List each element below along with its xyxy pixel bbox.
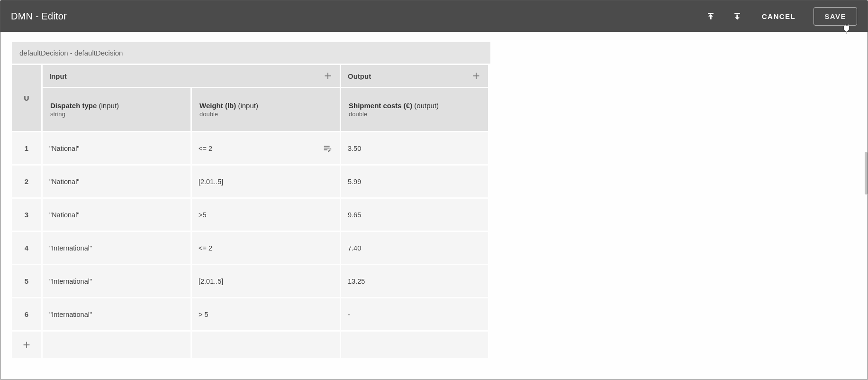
cell-weight[interactable]: >5 [192, 199, 340, 231]
row-number[interactable]: 6 [12, 298, 41, 330]
cell-dispatch[interactable]: "National" [43, 166, 190, 197]
row-number[interactable]: 5 [12, 265, 41, 297]
cell-weight[interactable]: [2.01..5] [192, 265, 340, 297]
row-number[interactable]: 4 [12, 232, 41, 264]
cell-dispatch[interactable]: "International" [43, 298, 190, 330]
toolbar: DMN - Editor CANCEL SAVE [0, 0, 868, 32]
cell-shipment[interactable]: 13.25 [341, 265, 488, 297]
decision-caption[interactable]: defaultDecision - defaultDecision [12, 42, 490, 65]
column-header-shipment[interactable]: Shipment costs (€) (output) double [341, 88, 488, 131]
cell-dispatch[interactable]: "International" [43, 265, 190, 297]
output-group-header: Output [341, 65, 488, 87]
add-row-button[interactable] [12, 332, 41, 358]
input-group-header: Input [43, 65, 340, 87]
add-input-column-icon[interactable] [323, 71, 333, 81]
cancel-button[interactable]: CANCEL [757, 9, 801, 24]
app-title: DMN - Editor [11, 11, 704, 22]
decision-table: defaultDecision - defaultDecision U Inpu… [12, 42, 490, 358]
empty-cell [43, 332, 190, 358]
cell-shipment[interactable]: - [341, 298, 488, 330]
scrollbar-thumb[interactable] [865, 152, 868, 195]
cell-dispatch[interactable]: "National" [43, 199, 190, 231]
content-area: defaultDecision - defaultDecision U Inpu… [0, 32, 868, 380]
column-type: string [50, 111, 183, 118]
cell-weight[interactable]: <= 2 [192, 232, 340, 264]
scrollbar-track[interactable] [864, 32, 868, 379]
column-title: Shipment costs (€) (output) [349, 102, 480, 110]
cell-value: <= 2 [199, 145, 212, 152]
cell-dispatch[interactable]: "International" [43, 232, 190, 264]
row-number[interactable]: 1 [12, 132, 41, 164]
save-button[interactable]: SAVE [814, 7, 857, 26]
plus-icon [21, 340, 32, 350]
app-frame: DMN - Editor CANCEL SAVE defaultDecision… [0, 0, 868, 380]
cell-shipment[interactable]: 5.99 [341, 166, 488, 197]
toolbar-actions: CANCEL SAVE [704, 7, 857, 26]
output-group-label: Output [348, 72, 371, 80]
cell-weight[interactable]: <= 2 [192, 132, 340, 164]
empty-cell [192, 332, 340, 358]
add-output-column-icon[interactable] [471, 71, 481, 81]
row-number[interactable]: 2 [12, 166, 41, 197]
edit-rule-icon[interactable] [323, 143, 333, 154]
cell-shipment[interactable]: 9.65 [341, 199, 488, 231]
column-type: double [349, 111, 480, 118]
column-header-dispatch[interactable]: Dispatch type (input) string [43, 88, 190, 131]
cell-weight[interactable]: [2.01..5] [192, 166, 340, 197]
column-title: Dispatch type (input) [50, 102, 183, 110]
column-title: Weight (lb) (input) [199, 102, 332, 110]
cell-weight[interactable]: > 5 [192, 298, 340, 330]
hit-policy-cell[interactable]: U [12, 65, 41, 131]
cell-shipment[interactable]: 7.40 [341, 232, 488, 264]
upload-icon[interactable] [704, 9, 717, 23]
cell-shipment[interactable]: 3.50 [341, 132, 488, 164]
column-type: double [199, 111, 332, 118]
download-icon[interactable] [731, 9, 744, 23]
input-group-label: Input [49, 72, 67, 80]
column-header-weight[interactable]: Weight (lb) (input) double [192, 88, 340, 131]
empty-cell [341, 332, 488, 358]
row-number[interactable]: 3 [12, 199, 41, 231]
decision-grid: U Input Output Dispatch type (input) str… [12, 65, 490, 358]
cell-dispatch[interactable]: "National" [43, 132, 190, 164]
